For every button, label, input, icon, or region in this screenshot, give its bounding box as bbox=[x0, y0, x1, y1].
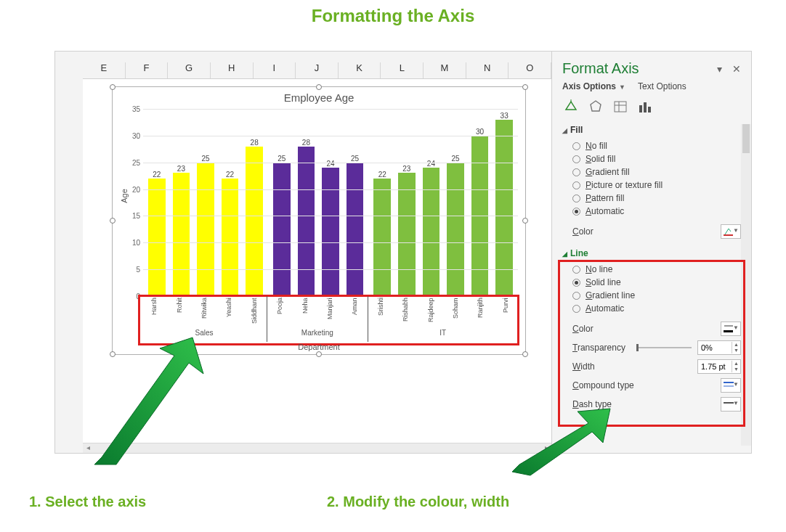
fill-options: No fillSolid fillGradient fillPicture or… bbox=[552, 138, 751, 222]
radio-solid-line[interactable]: Solid line bbox=[572, 276, 744, 289]
transparency-slider[interactable] bbox=[636, 347, 692, 348]
radio-gradient-fill[interactable]: Gradient fill bbox=[572, 165, 744, 179]
svg-rect-1 bbox=[615, 102, 626, 112]
compound-type-row: Compound type ▼ bbox=[552, 376, 751, 395]
bar[interactable]: 25 bbox=[445, 109, 466, 296]
resize-handle[interactable] bbox=[522, 218, 528, 224]
column-headers: EFGHIJKLMNO bbox=[83, 62, 551, 78]
bar[interactable]: 23 bbox=[396, 109, 418, 296]
fill-section-header[interactable]: ◢Fill bbox=[552, 122, 751, 138]
resize-handle[interactable] bbox=[110, 84, 116, 90]
bar[interactable]: 33 bbox=[493, 109, 515, 296]
resize-handle[interactable] bbox=[110, 218, 116, 224]
svg-marker-12 bbox=[94, 337, 203, 465]
radio-solid-fill[interactable]: Solid fill bbox=[572, 152, 744, 165]
svg-rect-6 bbox=[648, 107, 651, 112]
transparency-row: Transparency ▲▼ bbox=[552, 338, 751, 357]
x-axis-names: HarshRohitRitwikaYeashiSiddhantPoojaNeha… bbox=[142, 296, 518, 329]
panel-tabs: Axis Options▼ Text Options bbox=[552, 80, 751, 97]
bar[interactable]: 22 bbox=[146, 109, 168, 296]
width-spinner[interactable]: ▲▼ bbox=[697, 359, 741, 374]
panel-title: Format Axis ▾ ✕ bbox=[552, 56, 751, 80]
caption-2: 2. Modify the colour, width bbox=[327, 494, 509, 510]
svg-rect-7 bbox=[724, 234, 733, 236]
radio-picture-or-texture-fill[interactable]: Picture or texture fill bbox=[572, 179, 744, 192]
format-axis-panel: Format Axis ▾ ✕ Axis Options▼ Text Optio… bbox=[551, 52, 751, 453]
arrow-1 bbox=[80, 334, 211, 479]
resize-handle[interactable] bbox=[522, 84, 528, 90]
bar[interactable]: 25 bbox=[271, 109, 293, 296]
svg-rect-5 bbox=[644, 102, 647, 112]
fill-line-icon[interactable] bbox=[562, 99, 580, 115]
arrow-2 bbox=[509, 403, 625, 483]
fill-color-picker[interactable]: ▼ bbox=[721, 224, 741, 239]
tab-axis-options[interactable]: Axis Options bbox=[562, 81, 616, 91]
bars-container: 222325222825282425222324253033 bbox=[143, 109, 518, 296]
dash-type-picker[interactable]: ▼ bbox=[721, 397, 741, 412]
line-color-row: Color ▼ bbox=[552, 319, 751, 338]
radio-automatic[interactable]: Automatic bbox=[572, 205, 744, 218]
tab-text-options[interactable]: Text Options bbox=[638, 81, 686, 91]
fill-color-row: Color ▼ bbox=[552, 222, 751, 241]
radio-automatic[interactable]: Automatic bbox=[572, 302, 744, 315]
resize-handle[interactable] bbox=[316, 84, 322, 90]
bar[interactable]: 23 bbox=[171, 109, 193, 296]
resize-handle[interactable] bbox=[522, 351, 528, 357]
bar[interactable]: 22 bbox=[219, 109, 241, 296]
bar[interactable]: 30 bbox=[469, 109, 491, 296]
bar[interactable]: 25 bbox=[195, 109, 216, 296]
page-title: Formatting the Axis bbox=[0, 6, 786, 26]
compound-type-picker[interactable]: ▼ bbox=[721, 378, 741, 393]
bar[interactable]: 22 bbox=[371, 109, 393, 296]
transparency-spinner[interactable]: ▲▼ bbox=[697, 340, 741, 355]
bar[interactable]: 28 bbox=[296, 109, 317, 296]
svg-marker-13 bbox=[512, 409, 610, 475]
panel-scrollbar[interactable] bbox=[741, 124, 751, 446]
panel-icon-row bbox=[552, 97, 751, 122]
close-icon[interactable]: ✕ bbox=[732, 63, 741, 75]
effects-icon[interactable] bbox=[587, 99, 604, 115]
resize-handle[interactable] bbox=[316, 351, 322, 357]
bar[interactable]: 25 bbox=[344, 109, 366, 296]
radio-gradient-line[interactable]: Gradient line bbox=[572, 289, 744, 302]
y-axis-label: Age bbox=[120, 189, 129, 203]
svg-rect-8 bbox=[724, 330, 733, 332]
panel-menu-icon[interactable]: ▾ bbox=[717, 63, 722, 75]
bar[interactable]: 28 bbox=[243, 109, 265, 296]
radio-pattern-fill[interactable]: Pattern fill bbox=[572, 192, 744, 205]
bar[interactable]: 24 bbox=[421, 109, 442, 296]
radio-no-fill[interactable]: No fill bbox=[572, 139, 744, 152]
axis-options-icon[interactable] bbox=[636, 99, 654, 115]
embedded-chart[interactable]: Employee Age 05101520253035 Age 22232522… bbox=[112, 86, 526, 355]
size-props-icon[interactable] bbox=[612, 99, 629, 115]
line-section-header[interactable]: ◢Line bbox=[552, 245, 751, 261]
svg-rect-4 bbox=[639, 105, 642, 112]
width-row: Width ▲▼ bbox=[552, 357, 751, 376]
line-color-picker[interactable]: ▼ bbox=[721, 322, 741, 336]
svg-marker-0 bbox=[591, 101, 601, 111]
caption-1: 1. Select the axis bbox=[29, 494, 146, 510]
line-options: No lineSolid lineGradient lineAutomatic bbox=[552, 261, 751, 319]
radio-no-line[interactable]: No line bbox=[572, 263, 744, 276]
bar[interactable]: 24 bbox=[320, 109, 341, 296]
plot-area: 222325222825282425222324253033 bbox=[143, 109, 518, 296]
y-axis-ticks: 05101520253035 bbox=[130, 109, 142, 296]
